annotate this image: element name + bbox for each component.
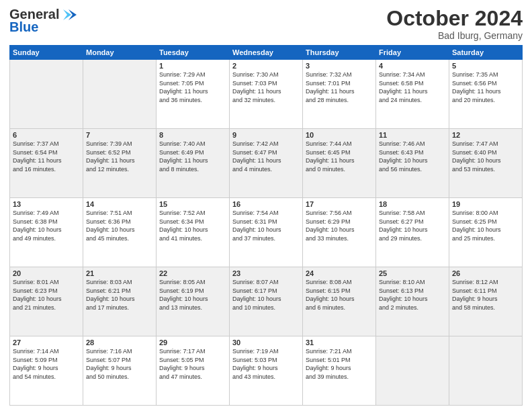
calendar-cell: 29Sunrise: 7:17 AM Sunset: 5:05 PM Dayli…: [157, 336, 230, 406]
calendar-week-5: 27Sunrise: 7:14 AM Sunset: 5:09 PM Dayli…: [10, 336, 523, 406]
calendar-cell: 12Sunrise: 7:47 AM Sunset: 6:40 PM Dayli…: [449, 129, 523, 198]
calendar-cell: 1Sunrise: 7:29 AM Sunset: 7:05 PM Daylig…: [157, 60, 230, 129]
calendar-cell: 22Sunrise: 8:05 AM Sunset: 6:19 PM Dayli…: [157, 267, 230, 336]
calendar-cell: [10, 60, 83, 129]
day-info: Sunrise: 7:30 AM Sunset: 7:03 PM Dayligh…: [232, 71, 300, 104]
day-info: Sunrise: 7:17 AM Sunset: 5:05 PM Dayligh…: [159, 347, 226, 381]
calendar-week-3: 13Sunrise: 7:49 AM Sunset: 6:38 PM Dayli…: [10, 198, 523, 267]
calendar-cell: 30Sunrise: 7:19 AM Sunset: 5:03 PM Dayli…: [230, 336, 303, 406]
calendar-cell: 21Sunrise: 8:03 AM Sunset: 6:21 PM Dayli…: [83, 267, 157, 336]
day-info: Sunrise: 7:58 AM Sunset: 6:27 PM Dayligh…: [379, 209, 446, 242]
calendar-cell: 15Sunrise: 7:52 AM Sunset: 6:34 PM Dayli…: [157, 198, 230, 267]
day-info: Sunrise: 7:19 AM Sunset: 5:03 PM Dayligh…: [232, 347, 300, 381]
calendar-cell: 11Sunrise: 7:46 AM Sunset: 6:43 PM Dayli…: [376, 129, 449, 198]
day-info: Sunrise: 7:49 AM Sunset: 6:38 PM Dayligh…: [13, 209, 80, 242]
day-info: Sunrise: 7:29 AM Sunset: 7:05 PM Dayligh…: [159, 71, 226, 104]
day-number: 8: [159, 131, 226, 139]
day-number: 27: [13, 338, 80, 347]
day-number: 22: [159, 269, 226, 277]
col-sunday: Sunday: [10, 46, 83, 60]
location: Bad Iburg, Germany: [386, 30, 523, 41]
day-number: 3: [306, 62, 373, 70]
calendar-cell: 18Sunrise: 7:58 AM Sunset: 6:27 PM Dayli…: [376, 198, 449, 267]
day-info: Sunrise: 7:47 AM Sunset: 6:40 PM Dayligh…: [452, 140, 519, 173]
day-number: 5: [452, 62, 519, 70]
col-saturday: Saturday: [449, 46, 523, 60]
day-info: Sunrise: 7:14 AM Sunset: 5:09 PM Dayligh…: [13, 347, 80, 381]
day-info: Sunrise: 7:42 AM Sunset: 6:47 PM Dayligh…: [232, 140, 300, 173]
day-info: Sunrise: 8:07 AM Sunset: 6:17 PM Dayligh…: [232, 278, 300, 312]
day-number: 26: [452, 269, 519, 277]
day-info: Sunrise: 8:08 AM Sunset: 6:15 PM Dayligh…: [306, 278, 373, 312]
day-number: 10: [306, 131, 373, 139]
calendar-cell: 16Sunrise: 7:54 AM Sunset: 6:31 PM Dayli…: [230, 198, 303, 267]
logo-icon: [59, 8, 77, 21]
calendar-cell: 2Sunrise: 7:30 AM Sunset: 7:03 PM Daylig…: [230, 60, 303, 129]
calendar-cell: 19Sunrise: 8:00 AM Sunset: 6:25 PM Dayli…: [449, 198, 523, 267]
day-info: Sunrise: 7:51 AM Sunset: 6:36 PM Dayligh…: [86, 209, 153, 242]
calendar: Sunday Monday Tuesday Wednesday Thursday…: [9, 45, 523, 406]
logo-blue: Blue: [9, 19, 38, 35]
header: General Blue October 2024 Bad Iburg, Ger…: [9, 7, 523, 41]
calendar-cell: 4Sunrise: 7:34 AM Sunset: 6:58 PM Daylig…: [376, 60, 449, 129]
day-number: 19: [452, 200, 519, 208]
day-number: 23: [232, 269, 300, 277]
day-info: Sunrise: 7:44 AM Sunset: 6:45 PM Dayligh…: [306, 140, 373, 173]
calendar-cell: 10Sunrise: 7:44 AM Sunset: 6:45 PM Dayli…: [303, 129, 376, 198]
col-tuesday: Tuesday: [157, 46, 230, 60]
day-info: Sunrise: 7:46 AM Sunset: 6:43 PM Dayligh…: [379, 140, 446, 173]
calendar-cell: 20Sunrise: 8:01 AM Sunset: 6:23 PM Dayli…: [10, 267, 83, 336]
calendar-cell: 3Sunrise: 7:32 AM Sunset: 7:01 PM Daylig…: [303, 60, 376, 129]
calendar-cell: 9Sunrise: 7:42 AM Sunset: 6:47 PM Daylig…: [230, 129, 303, 198]
day-number: 14: [86, 200, 153, 208]
day-info: Sunrise: 8:12 AM Sunset: 6:11 PM Dayligh…: [452, 278, 519, 312]
day-number: 16: [232, 200, 300, 208]
calendar-cell: 5Sunrise: 7:35 AM Sunset: 6:56 PM Daylig…: [449, 60, 523, 129]
calendar-cell: [449, 336, 523, 406]
calendar-week-1: 1Sunrise: 7:29 AM Sunset: 7:05 PM Daylig…: [10, 60, 523, 129]
day-number: 21: [86, 269, 153, 277]
calendar-week-2: 6Sunrise: 7:37 AM Sunset: 6:54 PM Daylig…: [10, 129, 523, 198]
calendar-cell: 8Sunrise: 7:40 AM Sunset: 6:49 PM Daylig…: [157, 129, 230, 198]
calendar-cell: [376, 336, 449, 406]
col-monday: Monday: [83, 46, 157, 60]
day-number: 18: [379, 200, 446, 208]
col-wednesday: Wednesday: [230, 46, 303, 60]
day-number: 1: [159, 62, 226, 70]
logo: General Blue: [9, 7, 77, 35]
calendar-cell: 26Sunrise: 8:12 AM Sunset: 6:11 PM Dayli…: [449, 267, 523, 336]
day-info: Sunrise: 7:52 AM Sunset: 6:34 PM Dayligh…: [159, 209, 226, 242]
day-number: 17: [306, 200, 373, 208]
calendar-cell: 27Sunrise: 7:14 AM Sunset: 5:09 PM Dayli…: [10, 336, 83, 406]
day-info: Sunrise: 7:37 AM Sunset: 6:54 PM Dayligh…: [13, 140, 80, 173]
day-number: 25: [379, 269, 446, 277]
day-number: 28: [86, 338, 153, 347]
calendar-cell: 23Sunrise: 8:07 AM Sunset: 6:17 PM Dayli…: [230, 267, 303, 336]
calendar-cell: [83, 60, 157, 129]
title-section: October 2024 Bad Iburg, Germany: [386, 7, 523, 41]
day-info: Sunrise: 8:10 AM Sunset: 6:13 PM Dayligh…: [379, 278, 446, 312]
calendar-header-row: Sunday Monday Tuesday Wednesday Thursday…: [10, 46, 523, 60]
day-info: Sunrise: 7:40 AM Sunset: 6:49 PM Dayligh…: [159, 140, 226, 173]
day-info: Sunrise: 7:35 AM Sunset: 6:56 PM Dayligh…: [452, 71, 519, 104]
page-container: General Blue October 2024 Bad Iburg, Ger…: [0, 0, 532, 411]
calendar-cell: 24Sunrise: 8:08 AM Sunset: 6:15 PM Dayli…: [303, 267, 376, 336]
day-number: 4: [379, 62, 446, 70]
day-number: 11: [379, 131, 446, 139]
day-info: Sunrise: 8:05 AM Sunset: 6:19 PM Dayligh…: [159, 278, 226, 312]
day-number: 30: [232, 338, 300, 347]
calendar-cell: 6Sunrise: 7:37 AM Sunset: 6:54 PM Daylig…: [10, 129, 83, 198]
day-number: 13: [13, 200, 80, 208]
day-info: Sunrise: 8:01 AM Sunset: 6:23 PM Dayligh…: [13, 278, 80, 312]
day-info: Sunrise: 7:21 AM Sunset: 5:01 PM Dayligh…: [306, 347, 373, 381]
day-info: Sunrise: 7:34 AM Sunset: 6:58 PM Dayligh…: [379, 71, 446, 104]
day-info: Sunrise: 7:39 AM Sunset: 6:52 PM Dayligh…: [86, 140, 153, 173]
day-number: 6: [13, 131, 80, 139]
day-number: 9: [232, 131, 300, 139]
day-number: 15: [159, 200, 226, 208]
day-number: 20: [13, 269, 80, 277]
calendar-cell: 28Sunrise: 7:16 AM Sunset: 5:07 PM Dayli…: [83, 336, 157, 406]
day-info: Sunrise: 8:03 AM Sunset: 6:21 PM Dayligh…: [86, 278, 153, 312]
day-number: 31: [306, 338, 373, 347]
day-number: 12: [452, 131, 519, 139]
